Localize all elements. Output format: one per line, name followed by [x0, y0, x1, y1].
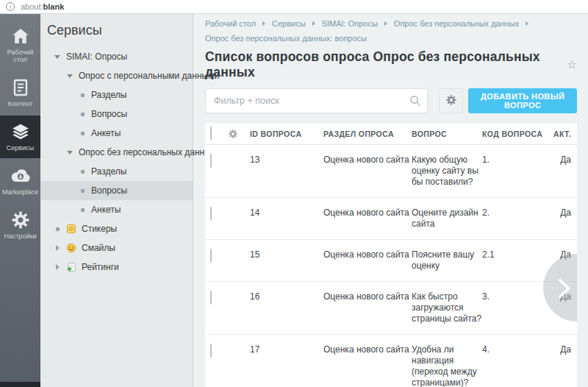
cell-poll-section: Оценка нового сайта: [323, 344, 412, 355]
menu-item-label: Рейтинги: [82, 262, 119, 272]
menu-item[interactable]: Анкеты: [40, 124, 193, 143]
menu-item[interactable]: Опрос с персональными данными: [40, 66, 193, 85]
rail-item-services[interactable]: Сервисы: [0, 116, 40, 158]
table-row: 14Оценка нового сайтаОцените дизайн сайт…: [205, 197, 577, 239]
title-row: Список вопросов опроса Опрос без персона…: [205, 49, 577, 80]
browser-address-bar[interactable]: i about:blank: [0, 0, 588, 14]
document-icon: [1, 77, 39, 98]
search-icon: [409, 95, 421, 110]
cell-question-code: 3.: [482, 291, 550, 302]
menu-item[interactable]: Опрос без персональных данных: [40, 143, 193, 162]
cell-poll-section: Оценка нового сайта: [323, 291, 412, 302]
cell-question-id: 15: [250, 249, 323, 260]
menu-item[interactable]: Анкеты: [40, 200, 193, 219]
breadcrumb-link[interactable]: Опрос без персональных данных: [394, 19, 519, 28]
breadcrumb-link[interactable]: Сервисы: [272, 19, 306, 28]
smiley-icon: [66, 243, 76, 253]
column-header-id[interactable]: ID ВОПРОСА: [250, 129, 323, 138]
cell-question-id: 13: [250, 155, 323, 166]
rail-item-marketplace[interactable]: Marketplace: [0, 160, 40, 202]
column-header-question[interactable]: ВОПРОС: [412, 129, 482, 138]
breadcrumb-subtitle: Опрос без персональных данных: вопросы: [205, 34, 577, 43]
cell-poll-section: Оценка нового сайта: [323, 207, 412, 219]
rail-item-label: Marketplace: [1, 188, 39, 196]
cloud-download-icon: [1, 166, 39, 186]
bullet-icon: [79, 93, 86, 97]
column-header-active[interactable]: АКТ.: [550, 129, 571, 138]
menu-item[interactable]: Вопросы: [40, 104, 193, 124]
breadcrumb-link[interactable]: Рабочий стол: [205, 19, 256, 28]
menu-item[interactable]: Рейтинги: [40, 258, 193, 277]
collapse-tree-icon[interactable]: [66, 74, 74, 78]
rail-item-desktop[interactable]: Рабочий стол: [0, 20, 40, 70]
sticker-icon: [66, 224, 76, 234]
row-checkbox[interactable]: [210, 291, 212, 305]
rail-item-label: Рабочий стол: [1, 49, 39, 63]
cell-active-flag: Да: [550, 155, 571, 166]
cell-active-flag: Да: [550, 344, 571, 355]
cell-question-code: 4.: [482, 344, 550, 355]
expand-tree-icon[interactable]: [54, 264, 61, 270]
services-menu-panel: Сервисы SIMAI: ОпросыОпрос с персональны…: [40, 14, 193, 387]
row-checkbox[interactable]: [210, 207, 212, 221]
filter-box: [205, 88, 428, 113]
cell-question-code: 2.: [482, 207, 550, 219]
grid-header-row: ID ВОПРОСА РАЗДЕЛ ОПРОСА ВОПРОС КОД ВОПР…: [205, 123, 577, 145]
menu-item-label: Разделы: [91, 166, 126, 177]
url-text: about:blank: [21, 2, 64, 11]
home-icon: [1, 26, 39, 46]
chevron-right-icon: [262, 21, 265, 26]
column-header-section[interactable]: РАЗДЕЛ ОПРОСА: [323, 129, 412, 138]
rail-item-label: Настройки: [1, 232, 39, 240]
select-all-checkbox[interactable]: [210, 127, 212, 141]
menu-item-label: Стикеры: [82, 224, 117, 234]
rail-item-content[interactable]: Контент: [0, 71, 40, 114]
menu-item-label: Вопросы: [91, 109, 127, 119]
add-question-button[interactable]: ДОБАВИТЬ НОВЫЙ ВОПРОС: [468, 88, 577, 113]
grid-rows: 13Оценка нового сайтаКакую общую оценку …: [205, 145, 577, 387]
table-row: 13Оценка нового сайтаКакую общую оценку …: [205, 145, 577, 197]
menu-item[interactable]: SIMAI: Опросы: [40, 47, 193, 66]
menu-item-label: Смайлы: [82, 243, 115, 253]
bullet-icon: [79, 170, 86, 174]
url-prefix: about:: [21, 2, 43, 11]
url-host: blank: [43, 2, 65, 11]
favorite-star-icon[interactable]: ☆: [567, 59, 577, 71]
page-title: Список вопросов опроса Опрос без персона…: [205, 49, 560, 80]
chevron-right-icon: [384, 21, 387, 26]
menu-item-label: Анкеты: [91, 205, 121, 215]
expand-tree-icon[interactable]: [54, 245, 61, 251]
table-row: 16Оценка нового сайтаКак быстро загружаю…: [205, 281, 577, 334]
cell-question-text: Как быстро загружаются страницы сайта?: [412, 291, 482, 324]
bullet-icon: [79, 113, 86, 116]
column-header-code[interactable]: КОД ВОПРОСА: [482, 129, 550, 138]
services-tree: SIMAI: ОпросыОпрос с персональными данны…: [40, 47, 193, 277]
collapse-tree-icon[interactable]: [54, 55, 61, 59]
row-checkbox[interactable]: [210, 344, 212, 358]
breadcrumb-link[interactable]: SIMAI: Опросы: [322, 19, 378, 28]
collapse-tree-icon[interactable]: [66, 151, 74, 155]
chevron-right-icon: [526, 21, 528, 26]
cell-poll-section: Оценка нового сайта: [323, 155, 412, 166]
row-checkbox[interactable]: [210, 249, 212, 263]
bullet-icon: [79, 132, 86, 135]
menu-item[interactable]: Стикеры: [40, 219, 193, 238]
info-icon: i: [6, 2, 15, 11]
column-settings-gear-icon[interactable]: [228, 129, 250, 139]
panel-title: Сервисы: [40, 23, 193, 38]
rail-item-settings[interactable]: Настройки: [0, 204, 40, 246]
menu-item[interactable]: Смайлы: [40, 238, 193, 258]
cell-question-code: 2.1: [482, 249, 550, 260]
left-icon-rail: Рабочий столКонтентСервисыMarketplaceНас…: [0, 14, 40, 387]
menu-item-label: Анкеты: [91, 128, 121, 138]
menu-item[interactable]: Вопросы: [40, 181, 193, 200]
cell-active-flag: Да: [550, 207, 571, 219]
rating-icon: [66, 262, 76, 272]
grid-settings-button[interactable]: [439, 88, 463, 113]
menu-item[interactable]: Разделы: [40, 162, 193, 181]
menu-item[interactable]: Разделы: [40, 85, 193, 104]
bullet-icon: [79, 208, 86, 212]
row-checkbox[interactable]: [210, 154, 212, 168]
filter-search-input[interactable]: [205, 88, 428, 113]
cell-question-code: 1.: [482, 155, 550, 166]
